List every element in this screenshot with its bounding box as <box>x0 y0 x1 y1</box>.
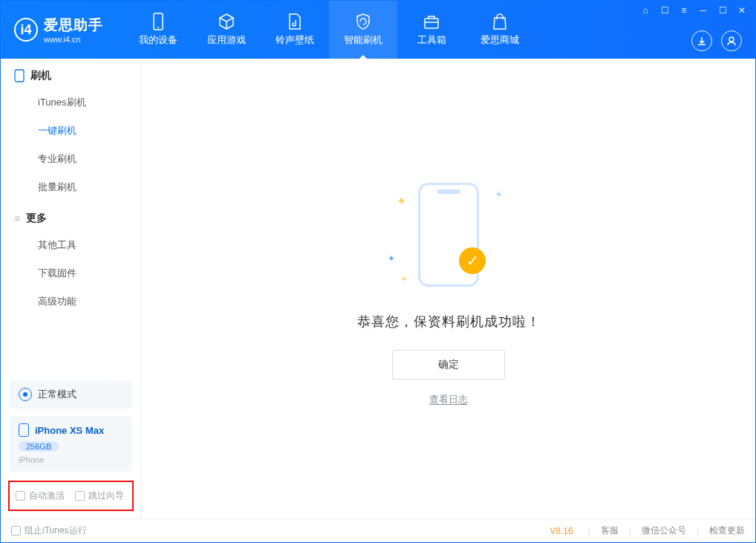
footer-link-update[interactable]: 检查更新 <box>709 524 745 537</box>
checkbox-block-itunes[interactable]: 阻止iTunes运行 <box>11 524 87 537</box>
footer-link-support[interactable]: 客服 <box>601 524 619 537</box>
music-file-icon <box>286 13 304 30</box>
svg-rect-2 <box>425 19 438 28</box>
app-header: i4 爱思助手 www.i4.cn 我的设备 应用游戏 铃声壁纸 智能刷机 工具… <box>1 1 755 59</box>
sidebar-item-download-firmware[interactable]: 下载固件 <box>1 259 141 287</box>
device-info-card[interactable]: iPhone XS Max 256GB iPhone <box>10 416 132 472</box>
sparkle-icon: ✦ <box>388 253 395 264</box>
brand-name: 爱思助手 <box>44 16 103 35</box>
version-label: V8.16 <box>550 526 573 536</box>
sidebar-item-pro-flash[interactable]: 专业刷机 <box>1 145 141 173</box>
device-name: iPhone XS Max <box>35 425 104 436</box>
checkbox-auto-activate[interactable]: 自动激活 <box>16 490 65 502</box>
maximize-button[interactable]: ☐ <box>717 5 729 16</box>
cube-icon <box>218 13 235 30</box>
phone-small-icon <box>19 423 29 437</box>
footer-link-wechat[interactable]: 微信公众号 <box>642 524 686 537</box>
main-content: ✦ ✦ ✦ + ✓ 恭喜您，保资料刷机成功啦！ 确定 查看日志 <box>142 59 755 518</box>
checkbox-icon <box>16 491 25 501</box>
logo-icon: i4 <box>14 18 38 42</box>
list-icon: ≡ <box>14 212 20 224</box>
svg-rect-5 <box>15 70 24 82</box>
svg-point-4 <box>729 37 734 42</box>
phone-outline-icon <box>14 69 25 82</box>
ok-button[interactable]: 确定 <box>392 350 505 380</box>
brand-site: www.i4.cn <box>44 35 103 44</box>
status-bar: 阻止iTunes运行 V8.16 | 客服 | 微信公众号 | 检查更新 <box>1 518 755 542</box>
mode-icon <box>19 388 32 401</box>
sidebar-item-other-tools[interactable]: 其他工具 <box>1 231 141 259</box>
plus-icon: + <box>496 188 502 200</box>
menu-icon[interactable]: ≡ <box>678 5 690 16</box>
download-button[interactable] <box>691 30 712 51</box>
toolbox-icon <box>423 13 440 30</box>
nav-store[interactable]: 爱思商城 <box>466 1 534 59</box>
feedback-icon[interactable]: ☐ <box>659 5 671 16</box>
device-type: iPhone <box>19 455 123 464</box>
sidebar-item-batch-flash[interactable]: 批量刷机 <box>1 173 141 201</box>
sidebar-item-advanced[interactable]: 高级功能 <box>1 287 141 316</box>
sidebar: 刷机 iTunes刷机 一键刷机 专业刷机 批量刷机 ≡ 更多 其他工具 下载固… <box>1 59 142 518</box>
top-nav: 我的设备 应用游戏 铃声壁纸 智能刷机 工具箱 爱思商城 <box>124 1 534 59</box>
sparkle-icon: ✦ <box>397 194 406 208</box>
svg-point-1 <box>157 27 159 28</box>
options-highlight-box: 自动激活 跳过向导 <box>8 481 134 511</box>
nav-toolbox[interactable]: 工具箱 <box>397 1 466 59</box>
sidebar-group-more: ≡ 更多 <box>1 201 141 231</box>
header-right-buttons <box>691 30 742 51</box>
checkbox-skip-wizard[interactable]: 跳过向导 <box>75 490 124 502</box>
nav-smart-flash[interactable]: 智能刷机 <box>329 1 397 59</box>
close-button[interactable]: ✕ <box>736 5 748 16</box>
shopping-bag-icon <box>491 13 509 30</box>
logo-area: i4 爱思助手 www.i4.cn <box>1 16 117 44</box>
success-illustration: ✦ ✦ ✦ + ✓ <box>374 172 523 298</box>
view-log-link[interactable]: 查看日志 <box>429 393 468 406</box>
checkbox-icon <box>75 491 85 501</box>
sparkle-icon: ✦ <box>401 275 407 283</box>
sidebar-item-onekey-flash[interactable]: 一键刷机 <box>1 117 141 145</box>
device-capacity: 256GB <box>19 441 59 452</box>
nav-ringtones-wallpapers[interactable]: 铃声壁纸 <box>261 1 329 59</box>
tshirt-icon[interactable]: ⌂ <box>639 5 651 16</box>
checkbox-icon <box>11 526 21 536</box>
sidebar-item-itunes-flash[interactable]: iTunes刷机 <box>1 88 141 117</box>
sidebar-group-flash: 刷机 <box>1 59 141 88</box>
user-button[interactable] <box>721 30 742 51</box>
device-mode-row[interactable]: 正常模式 <box>10 380 132 409</box>
minimize-button[interactable]: ─ <box>697 5 709 16</box>
success-message: 恭喜您，保资料刷机成功啦！ <box>357 313 541 331</box>
nav-apps-games[interactable]: 应用游戏 <box>192 1 261 59</box>
nav-my-device[interactable]: 我的设备 <box>124 1 192 59</box>
titlebar-controls: ⌂ ☐ ≡ ─ ☐ ✕ <box>639 5 748 16</box>
refresh-shield-icon <box>354 13 372 30</box>
device-icon <box>149 13 167 30</box>
check-badge-icon: ✓ <box>459 247 486 274</box>
